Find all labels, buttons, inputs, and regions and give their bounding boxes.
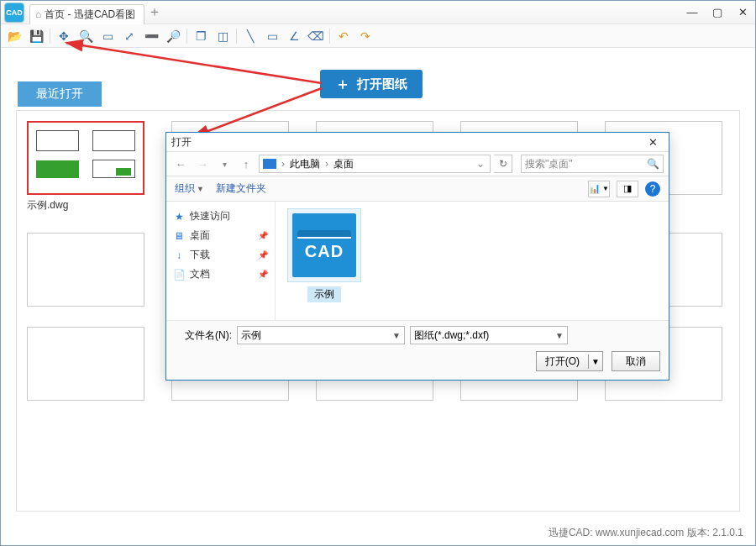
- breadcrumb[interactable]: › 此电脑 › 桌面 ⌄: [259, 155, 491, 173]
- box-3d-icon[interactable]: ◫: [214, 28, 231, 45]
- plus-icon: ＋: [335, 74, 350, 94]
- home-icon: ⌂: [35, 8, 41, 20]
- measure-angle-icon[interactable]: ∠: [286, 28, 302, 45]
- crumb-root[interactable]: 此电脑: [290, 157, 320, 171]
- pin-icon: 📌: [258, 250, 268, 260]
- recent-header: 最近打开: [18, 81, 102, 107]
- separator: [329, 29, 330, 44]
- desktop-icon: 🖥: [173, 230, 185, 242]
- zoom-window-icon[interactable]: 🔍: [77, 28, 94, 45]
- pin-icon: 📌: [258, 270, 268, 279]
- recent-thumb[interactable]: [27, 327, 144, 401]
- organize-menu[interactable]: 组织▼: [175, 181, 204, 196]
- open-drawing-button[interactable]: ＋ 打开图纸: [320, 70, 423, 98]
- nav-recent-dropdown[interactable]: ▾: [215, 155, 234, 173]
- nav-forward-button[interactable]: →: [193, 155, 212, 173]
- download-icon: ↓: [173, 249, 185, 261]
- search-placeholder: 搜索"桌面": [525, 157, 573, 171]
- file-type-filter[interactable]: 图纸(*.dwg;*.dxf)▼: [410, 326, 568, 344]
- nav-up-button[interactable]: ↑: [237, 155, 255, 173]
- model-3d-icon[interactable]: ❐: [192, 28, 209, 45]
- file-name: 示例: [307, 286, 341, 302]
- file-list: CAD示例: [276, 202, 669, 320]
- dialog-title: 打开: [171, 135, 192, 150]
- measure-rect-icon[interactable]: ▭: [264, 28, 281, 45]
- refresh-button[interactable]: ↻: [494, 155, 512, 173]
- tab-title: 首页 - 迅捷CAD看图: [45, 8, 135, 22]
- nav-back-button[interactable]: ←: [171, 155, 190, 173]
- footer: 迅捷CAD: www.xunjiecad.com 版本: 2.1.0.1: [549, 526, 743, 540]
- svg-line-0: [66, 43, 322, 83]
- select-icon[interactable]: ▭: [99, 28, 116, 45]
- preview-pane-button[interactable]: ◨: [617, 181, 638, 197]
- chevron-down-icon[interactable]: ⌄: [475, 158, 486, 170]
- app-logo-icon: CAD: [4, 3, 24, 23]
- tree-label: 下载: [190, 248, 210, 262]
- tree-label: 桌面: [190, 228, 210, 243]
- close-button[interactable]: ✕: [730, 1, 755, 24]
- help-button[interactable]: ?: [645, 181, 660, 197]
- pin-icon: 📌: [258, 231, 268, 240]
- cancel-button[interactable]: 取消: [612, 351, 660, 371]
- cad-file-icon: CAD: [287, 208, 361, 282]
- tree-item[interactable]: 📄文档📌: [170, 265, 271, 284]
- search-icon: 🔍: [647, 158, 659, 170]
- file-item[interactable]: CAD示例: [282, 208, 366, 302]
- star-icon: ★: [173, 211, 185, 223]
- tree-label: 文档: [190, 267, 210, 281]
- save-icon[interactable]: 💾: [28, 28, 45, 45]
- recent-thumb[interactable]: 示例.dwg: [27, 121, 144, 213]
- view-mode-button[interactable]: 📊▼: [588, 181, 610, 197]
- separator: [186, 29, 187, 44]
- thumb-label: 示例.dwg: [27, 198, 144, 213]
- doc-icon: 📄: [173, 269, 185, 281]
- tab-home[interactable]: ⌂ 首页 - 迅捷CAD看图: [29, 4, 144, 24]
- filename-input[interactable]: 示例▼: [237, 326, 405, 344]
- erase-icon[interactable]: ⌫: [307, 28, 324, 45]
- crumb-folder[interactable]: 桌面: [333, 157, 354, 171]
- open-drawing-label: 打开图纸: [357, 76, 407, 92]
- folder-tree: ★快速访问🖥桌面📌↓下载📌📄文档📌: [166, 202, 276, 320]
- minimize-button[interactable]: —: [680, 1, 705, 24]
- measure-line-icon[interactable]: ╲: [242, 28, 259, 45]
- tree-item[interactable]: ↓下载📌: [170, 245, 271, 265]
- zoom-out-icon[interactable]: ➖: [143, 28, 160, 45]
- undo-icon[interactable]: ↶: [335, 28, 352, 45]
- separator: [50, 29, 50, 44]
- chevron-right-icon: ›: [280, 158, 286, 170]
- zoom-realtime-icon[interactable]: 🔎: [165, 28, 181, 45]
- tree-label: 快速访问: [190, 209, 230, 223]
- redo-icon[interactable]: ↷: [357, 28, 374, 45]
- maximize-button[interactable]: ▢: [705, 1, 730, 24]
- footer-url[interactable]: www.xunjiecad.com: [596, 527, 684, 538]
- tree-item[interactable]: 🖥桌面📌: [170, 226, 271, 245]
- search-input[interactable]: 搜索"桌面" 🔍: [521, 155, 664, 173]
- open-folder-icon[interactable]: 📂: [6, 28, 23, 45]
- open-file-dialog: 打开 ✕ ← → ▾ ↑ › 此电脑 › 桌面 ⌄ ↻ 搜索"桌面" 🔍 组织▼: [165, 132, 669, 381]
- pan-icon[interactable]: ✥: [55, 28, 72, 45]
- filename-label: 文件名(N):: [175, 328, 232, 343]
- pc-icon: [263, 159, 276, 169]
- new-tab-button[interactable]: ＋: [144, 3, 165, 21]
- open-button[interactable]: 打开(O)▼: [536, 351, 603, 371]
- tree-item[interactable]: ★快速访问: [170, 207, 271, 226]
- new-folder-button[interactable]: 新建文件夹: [216, 181, 266, 196]
- chevron-right-icon: ›: [323, 158, 330, 170]
- zoom-extent-icon[interactable]: ⤢: [121, 28, 138, 45]
- dialog-close-button[interactable]: ✕: [642, 136, 664, 149]
- separator: [236, 29, 237, 44]
- recent-thumb[interactable]: [27, 233, 144, 307]
